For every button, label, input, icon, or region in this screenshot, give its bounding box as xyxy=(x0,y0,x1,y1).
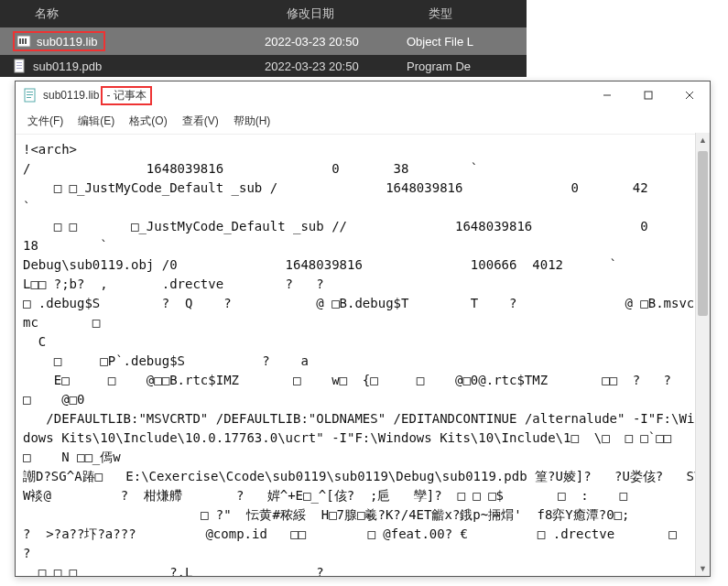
col-date-header[interactable]: 修改日期 xyxy=(287,5,429,22)
file-type: Program De xyxy=(407,60,527,73)
svg-rect-9 xyxy=(27,92,33,92)
svg-rect-11 xyxy=(27,97,31,98)
col-name-header[interactable]: 名称 xyxy=(35,5,287,22)
vertical-scrollbar[interactable]: ▲ ▼ xyxy=(695,133,710,576)
pdb-file-icon xyxy=(13,59,27,73)
svg-rect-7 xyxy=(16,68,22,69)
svg-rect-5 xyxy=(16,62,22,63)
scroll-up-arrow[interactable]: ▲ xyxy=(696,133,710,147)
menu-file[interactable]: 文件(F) xyxy=(21,111,70,132)
explorer-columns: 名称 修改日期 类型 xyxy=(0,0,527,27)
scroll-down-arrow[interactable]: ▼ xyxy=(696,561,710,576)
file-type: Object File L xyxy=(407,35,527,49)
file-date: 2022-03-23 20:50 xyxy=(265,60,407,73)
menu-format[interactable]: 格式(O) xyxy=(123,111,173,132)
file-row-pdb[interactable]: sub0119.pdb 2022-03-23 20:50 Program De xyxy=(0,55,527,77)
svg-rect-13 xyxy=(645,92,652,99)
close-button[interactable] xyxy=(668,81,710,109)
scroll-thumb[interactable] xyxy=(698,151,708,316)
svg-rect-1 xyxy=(19,38,21,44)
svg-rect-6 xyxy=(16,65,22,66)
file-name: sub0119.pdb xyxy=(33,60,102,73)
window-title: sub0119.lib - 记事本 xyxy=(43,86,586,105)
menu-view[interactable]: 查看(V) xyxy=(176,111,225,132)
menu-help[interactable]: 帮助(H) xyxy=(227,111,277,132)
svg-rect-3 xyxy=(25,38,27,44)
file-date: 2022-03-23 20:50 xyxy=(265,35,407,49)
menubar: 文件(F) 编辑(E) 格式(O) 查看(V) 帮助(H) xyxy=(16,109,710,134)
file-name: sub0119.lib xyxy=(37,35,98,49)
file-row-lib[interactable]: sub0119.lib 2022-03-23 20:50 Object File… xyxy=(0,27,527,55)
menu-edit[interactable]: 编辑(E) xyxy=(71,111,121,132)
svg-rect-2 xyxy=(22,38,24,44)
window-controls xyxy=(586,81,710,109)
col-type-header[interactable]: 类型 xyxy=(429,5,527,22)
lib-file-icon xyxy=(16,34,31,49)
notepad-icon xyxy=(23,88,38,103)
svg-rect-10 xyxy=(27,94,33,95)
text-content[interactable]: !<arch> / 1648039816 0 38 ` □ □_JustMyCo… xyxy=(16,134,710,576)
file-explorer: 名称 修改日期 类型 sub0119.lib 2022-03-23 20:50 … xyxy=(0,0,527,77)
minimize-button[interactable] xyxy=(586,81,627,109)
maximize-button[interactable] xyxy=(627,81,668,109)
titlebar[interactable]: sub0119.lib - 记事本 xyxy=(16,81,710,109)
notepad-window: sub0119.lib - 记事本 文件(F) 编辑(E) 格式(O) 查看(V… xyxy=(15,81,711,577)
